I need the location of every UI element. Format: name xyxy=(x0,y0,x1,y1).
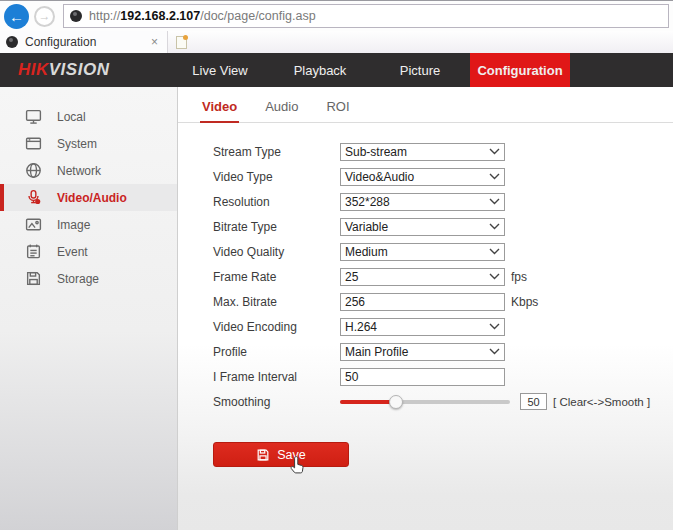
tab-title: Configuration xyxy=(25,35,141,49)
hikvision-logo: HIKVISION xyxy=(0,53,170,87)
video-settings-form: Stream Type Sub-stream Video Type Video&… xyxy=(213,139,673,414)
field-label: Video Encoding xyxy=(213,320,340,334)
url-path: /doc/page/config.asp xyxy=(200,9,315,23)
chevron-down-icon xyxy=(489,323,500,330)
new-tab-icon xyxy=(176,36,187,49)
tab-favicon xyxy=(6,36,18,48)
selected-value: 352*288 xyxy=(345,195,390,209)
video-encoding-select[interactable]: H.264 xyxy=(340,318,505,336)
hand-cursor-icon xyxy=(290,455,307,474)
field-label: Video Type xyxy=(213,170,340,184)
field-label: Smoothing xyxy=(213,395,340,409)
new-tab-button[interactable] xyxy=(168,31,194,53)
sidebar-item-label: Network xyxy=(57,164,101,178)
field-label: Frame Rate xyxy=(213,270,340,284)
form-row: Frame Rate 25 fps xyxy=(213,264,673,289)
main-panel: Video Audio ROI Stream Type Sub-stream V… xyxy=(178,87,673,530)
field-label: Stream Type xyxy=(213,145,340,159)
form-row: Max. Bitrate 256 Kbps xyxy=(213,289,673,314)
smoothing-control: 50 [ Clear<->Smooth ] xyxy=(340,393,650,410)
max-bitrate-input[interactable]: 256 xyxy=(340,293,505,311)
iframe-interval-input[interactable]: 50 xyxy=(340,368,505,386)
image-icon xyxy=(25,216,42,233)
tab-close-icon[interactable]: × xyxy=(148,35,161,49)
tab-video[interactable]: Video xyxy=(200,97,239,123)
field-label: Resolution xyxy=(213,195,340,209)
url-text: http://192.168.2.107/doc/page/config.asp xyxy=(89,9,316,23)
main-navigation: Live View Playback Picture Configuration xyxy=(170,53,570,87)
site-favicon xyxy=(70,10,82,22)
sidebar-item-label: Image xyxy=(57,218,90,232)
chevron-down-icon xyxy=(489,223,500,230)
video-type-select[interactable]: Video&Audio xyxy=(340,168,505,186)
page-body: Local System Network xyxy=(0,87,673,530)
sidebar-item-event[interactable]: Event xyxy=(0,238,177,265)
field-label: Bitrate Type xyxy=(213,220,340,234)
address-bar[interactable]: http://192.168.2.107/doc/page/config.asp xyxy=(63,4,669,28)
field-label: I Frame Interval xyxy=(213,370,340,384)
browser-tab-bar: Configuration × xyxy=(0,31,673,53)
smoothing-range-label: [ Clear<->Smooth ] xyxy=(553,396,650,408)
slider-thumb[interactable] xyxy=(389,395,403,409)
chevron-down-icon xyxy=(489,348,500,355)
tab-audio[interactable]: Audio xyxy=(263,97,300,123)
selected-value: H.264 xyxy=(345,320,377,334)
sidebar-item-video-audio[interactable]: Video/Audio xyxy=(0,184,177,211)
unit-suffix: fps xyxy=(511,270,527,284)
nav-playback[interactable]: Playback xyxy=(270,53,370,87)
logo-red-part: HIK xyxy=(18,60,49,80)
slider-fill xyxy=(340,400,396,404)
chevron-down-icon xyxy=(489,148,500,155)
stream-type-select[interactable]: Sub-stream xyxy=(340,143,505,161)
chevron-down-icon xyxy=(489,173,500,180)
smoothing-value-input[interactable]: 50 xyxy=(520,393,547,410)
profile-select[interactable]: Main Profile xyxy=(340,343,505,361)
selected-value: 25 xyxy=(345,270,358,284)
tab-roi[interactable]: ROI xyxy=(324,97,351,123)
sidebar-item-local[interactable]: Local xyxy=(0,103,177,130)
bitrate-type-select[interactable]: Variable xyxy=(340,218,505,236)
form-row: Stream Type Sub-stream xyxy=(213,139,673,164)
form-row: I Frame Interval 50 xyxy=(213,364,673,389)
app-header: HIKVISION Live View Playback Picture Con… xyxy=(0,53,673,87)
browser-back-button[interactable]: ← xyxy=(4,4,29,29)
url-host: 192.168.2.107 xyxy=(120,9,200,23)
form-row: Profile Main Profile xyxy=(213,339,673,364)
sidebar-item-label: Event xyxy=(57,245,88,259)
storage-icon xyxy=(25,270,42,287)
sidebar-item-label: System xyxy=(57,137,97,151)
window-icon xyxy=(25,135,42,152)
chevron-down-icon xyxy=(489,273,500,280)
selected-value: Variable xyxy=(345,220,388,234)
smoothing-slider[interactable] xyxy=(340,395,510,409)
frame-rate-select[interactable]: 25 xyxy=(340,268,505,286)
sidebar-item-system[interactable]: System xyxy=(0,130,177,157)
browser-tab-configuration[interactable]: Configuration × xyxy=(0,31,168,53)
content-tabs: Video Audio ROI xyxy=(178,87,673,123)
selected-value: Sub-stream xyxy=(345,145,407,159)
field-label: Profile xyxy=(213,345,340,359)
nav-picture[interactable]: Picture xyxy=(370,53,470,87)
url-prefix: http:// xyxy=(89,9,120,23)
monitor-icon xyxy=(25,108,42,125)
nav-live-view[interactable]: Live View xyxy=(170,53,270,87)
globe-icon xyxy=(25,162,42,179)
sidebar-item-label: Storage xyxy=(57,272,99,286)
sidebar-item-image[interactable]: Image xyxy=(0,211,177,238)
logo-gray-part: VISION xyxy=(49,60,110,80)
sidebar-item-label: Local xyxy=(57,110,86,124)
browser-forward-button[interactable]: → xyxy=(34,6,55,27)
resolution-select[interactable]: 352*288 xyxy=(340,193,505,211)
floppy-disk-icon xyxy=(256,448,270,462)
form-row: Video Type Video&Audio xyxy=(213,164,673,189)
selected-value: Video&Audio xyxy=(345,170,414,184)
nav-configuration[interactable]: Configuration xyxy=(470,53,570,87)
save-button[interactable]: Save xyxy=(213,442,349,467)
input-value: 50 xyxy=(345,370,358,384)
chevron-down-icon xyxy=(489,198,500,205)
chevron-down-icon xyxy=(489,248,500,255)
sidebar-item-network[interactable]: Network xyxy=(0,157,177,184)
video-quality-select[interactable]: Medium xyxy=(340,243,505,261)
sidebar-item-storage[interactable]: Storage xyxy=(0,265,177,292)
form-row: Bitrate Type Variable xyxy=(213,214,673,239)
